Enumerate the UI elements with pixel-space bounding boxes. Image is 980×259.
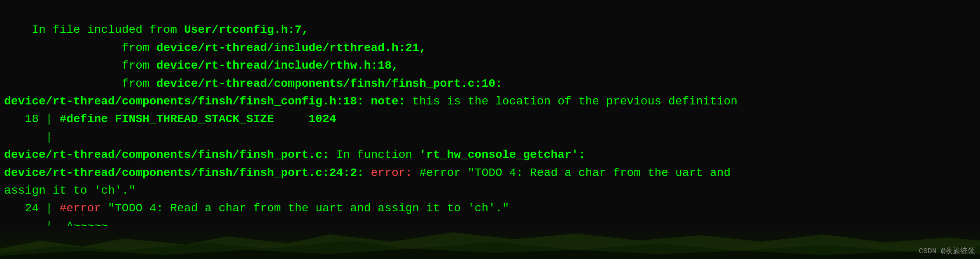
line11-part2: "TODO 4: Read a char from the uart and a… [101,202,509,215]
line-6: 18 | #define FINSH_THREAD_STACK_SIZE 102… [4,113,336,125]
line-2: from device/rt-thread/include/rtthread.h… [4,42,426,54]
line-5: device/rt-thread/components/finsh/finsh_… [4,95,737,108]
line9-part2: #error "TODO 4: Read a char from the uar… [412,166,730,179]
line2-part1: from [4,42,156,54]
watermark: CSDN @夜族统领 [919,246,975,256]
line-4: from device/rt-thread/components/finsh/f… [4,77,502,90]
line-8: device/rt-thread/components/finsh/finsh_… [4,148,585,161]
line6-part2: #define FINSH_THREAD_STACK_SIZE 1024 [59,113,336,125]
line3-part2: device/rt-thread/include/rthw.h:18, [156,59,399,72]
line1-part2: User/rtconfig.h:7, [184,23,308,36]
line3-part1: from [4,59,156,72]
terminal-output: In file included from User/rtconfig.h:7,… [0,0,980,259]
line9-error: error: [371,166,413,179]
line6-part1: 18 | [4,113,59,125]
line-1: In file included from User/rtconfig.h:7, [32,23,308,36]
line10-part1: assign it to 'ch'." [4,184,135,197]
line-10: assign it to 'ch'." [4,184,135,197]
line-9: device/rt-thread/components/finsh/finsh_… [4,166,730,179]
line11-part1: 24 | [4,202,59,215]
line5-part2: this is the location of the previous def… [406,95,738,108]
line4-part2: device/rt-thread/components/finsh/finsh_… [156,77,502,90]
line5-note: note: [371,95,406,108]
line9-part1: device/rt-thread/components/finsh/finsh_… [4,166,371,179]
line8-part1: device/rt-thread/components/finsh/finsh_… [4,148,329,161]
line8-part2: In function [329,148,419,161]
line5-part1: device/rt-thread/components/finsh/finsh_… [4,95,371,108]
mountain-svg [0,226,980,259]
terminal-window: In file included from User/rtconfig.h:7,… [0,0,980,259]
scenic-decoration [0,226,980,259]
line8-part3: 'rt_hw_console_getchar': [419,148,585,161]
line-3: from device/rt-thread/include/rthw.h:18, [4,59,399,72]
line2-part2: device/rt-thread/include/rtthread.h:21, [156,42,426,54]
line-11: 24 | #error "TODO 4: Read a char from th… [4,202,509,215]
line1-part1: In file included from [32,23,184,36]
line7-part1: | [4,131,53,143]
line11-error: #error [59,202,101,215]
line4-part1: from [4,77,156,90]
line-7: | [4,131,53,143]
